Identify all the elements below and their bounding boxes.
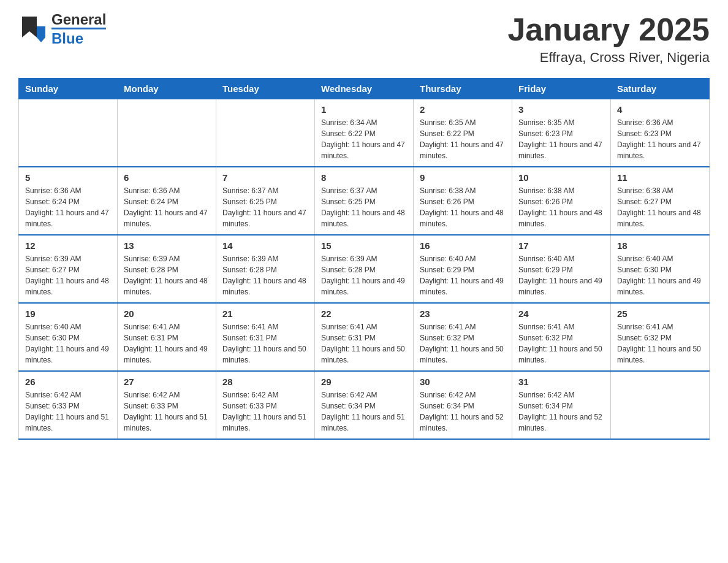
day-number: 10 xyxy=(518,172,604,183)
calendar-cell: 25Sunrise: 6:41 AMSunset: 6:32 PMDayligh… xyxy=(611,303,710,371)
day-number: 8 xyxy=(321,172,407,183)
day-number: 3 xyxy=(518,104,604,115)
day-number: 30 xyxy=(420,377,506,387)
week-row-2: 5Sunrise: 6:36 AMSunset: 6:24 PMDaylight… xyxy=(19,167,710,235)
page-header: General Blue January 2025 Effraya, Cross… xyxy=(18,12,710,66)
calendar-cell: 18Sunrise: 6:40 AMSunset: 6:30 PMDayligh… xyxy=(611,235,710,303)
calendar-cell: 7Sunrise: 6:37 AMSunset: 6:25 PMDaylight… xyxy=(216,167,315,235)
day-info: Sunrise: 6:41 AMSunset: 6:31 PMDaylight:… xyxy=(321,321,407,366)
day-info: Sunrise: 6:41 AMSunset: 6:32 PMDaylight:… xyxy=(420,321,506,366)
col-thursday: Thursday xyxy=(414,79,512,99)
svg-marker-2 xyxy=(37,37,45,42)
day-info: Sunrise: 6:36 AMSunset: 6:24 PMDaylight:… xyxy=(25,185,111,229)
day-info: Sunrise: 6:40 AMSunset: 6:29 PMDaylight:… xyxy=(518,253,604,297)
week-row-1: 1Sunrise: 6:34 AMSunset: 6:22 PMDaylight… xyxy=(19,99,710,167)
week-row-5: 26Sunrise: 6:42 AMSunset: 6:33 PMDayligh… xyxy=(19,371,710,439)
month-title: January 2025 xyxy=(507,12,710,47)
day-number: 2 xyxy=(420,104,506,115)
day-number: 17 xyxy=(518,240,604,251)
day-info: Sunrise: 6:39 AMSunset: 6:28 PMDaylight:… xyxy=(222,253,308,297)
calendar-cell: 11Sunrise: 6:38 AMSunset: 6:27 PMDayligh… xyxy=(611,167,710,235)
day-number: 4 xyxy=(617,104,703,115)
calendar-cell: 23Sunrise: 6:41 AMSunset: 6:32 PMDayligh… xyxy=(414,303,512,371)
day-info: Sunrise: 6:39 AMSunset: 6:27 PMDaylight:… xyxy=(25,253,111,297)
svg-marker-1 xyxy=(37,26,45,37)
col-monday: Monday xyxy=(118,79,216,99)
day-number: 27 xyxy=(124,377,210,387)
day-number: 18 xyxy=(617,240,703,251)
day-number: 1 xyxy=(321,104,407,115)
col-sunday: Sunday xyxy=(19,79,118,99)
calendar-cell: 27Sunrise: 6:42 AMSunset: 6:33 PMDayligh… xyxy=(118,371,216,439)
day-number: 15 xyxy=(321,240,407,251)
day-number: 20 xyxy=(124,308,210,319)
day-info: Sunrise: 6:38 AMSunset: 6:27 PMDaylight:… xyxy=(617,185,703,229)
calendar-cell: 17Sunrise: 6:40 AMSunset: 6:29 PMDayligh… xyxy=(512,235,611,303)
day-number: 13 xyxy=(124,240,210,251)
day-info: Sunrise: 6:36 AMSunset: 6:24 PMDaylight:… xyxy=(124,185,210,229)
day-info: Sunrise: 6:42 AMSunset: 6:34 PMDaylight:… xyxy=(420,389,506,434)
calendar-header: Sunday Monday Tuesday Wednesday Thursday… xyxy=(19,79,710,99)
day-info: Sunrise: 6:42 AMSunset: 6:33 PMDaylight:… xyxy=(25,389,111,434)
calendar-cell xyxy=(216,99,315,167)
calendar-cell: 2Sunrise: 6:35 AMSunset: 6:22 PMDaylight… xyxy=(414,99,512,167)
logo-blue-text: Blue xyxy=(51,28,106,47)
day-info: Sunrise: 6:35 AMSunset: 6:23 PMDaylight:… xyxy=(518,117,604,161)
day-number: 31 xyxy=(518,377,604,387)
week-row-4: 19Sunrise: 6:40 AMSunset: 6:30 PMDayligh… xyxy=(19,303,710,371)
calendar-cell: 6Sunrise: 6:36 AMSunset: 6:24 PMDaylight… xyxy=(118,167,216,235)
day-info: Sunrise: 6:41 AMSunset: 6:32 PMDaylight:… xyxy=(518,321,604,366)
day-number: 7 xyxy=(222,172,308,183)
day-number: 25 xyxy=(617,308,703,319)
day-number: 28 xyxy=(222,377,308,387)
day-info: Sunrise: 6:39 AMSunset: 6:28 PMDaylight:… xyxy=(321,253,407,297)
day-number: 16 xyxy=(420,240,506,251)
day-number: 6 xyxy=(124,172,210,183)
calendar-cell: 9Sunrise: 6:38 AMSunset: 6:26 PMDaylight… xyxy=(414,167,512,235)
day-info: Sunrise: 6:42 AMSunset: 6:34 PMDaylight:… xyxy=(518,389,604,434)
day-number: 19 xyxy=(25,308,111,319)
calendar-cell: 30Sunrise: 6:42 AMSunset: 6:34 PMDayligh… xyxy=(414,371,512,439)
calendar-cell: 26Sunrise: 6:42 AMSunset: 6:33 PMDayligh… xyxy=(19,371,118,439)
day-info: Sunrise: 6:42 AMSunset: 6:33 PMDaylight:… xyxy=(124,389,210,434)
location-title: Effraya, Cross River, Nigeria xyxy=(507,50,710,66)
day-info: Sunrise: 6:40 AMSunset: 6:30 PMDaylight:… xyxy=(25,321,111,366)
calendar-cell: 22Sunrise: 6:41 AMSunset: 6:31 PMDayligh… xyxy=(315,303,414,371)
calendar-cell: 29Sunrise: 6:42 AMSunset: 6:34 PMDayligh… xyxy=(315,371,414,439)
calendar-cell: 28Sunrise: 6:42 AMSunset: 6:33 PMDayligh… xyxy=(216,371,315,439)
col-saturday: Saturday xyxy=(611,79,710,99)
day-number: 24 xyxy=(518,308,604,319)
day-number: 29 xyxy=(321,377,407,387)
calendar-cell: 1Sunrise: 6:34 AMSunset: 6:22 PMDaylight… xyxy=(315,99,414,167)
day-info: Sunrise: 6:34 AMSunset: 6:22 PMDaylight:… xyxy=(321,117,407,161)
calendar-cell: 21Sunrise: 6:41 AMSunset: 6:31 PMDayligh… xyxy=(216,303,315,371)
col-tuesday: Tuesday xyxy=(216,79,315,99)
calendar-cell xyxy=(19,99,118,167)
week-row-3: 12Sunrise: 6:39 AMSunset: 6:27 PMDayligh… xyxy=(19,235,710,303)
day-info: Sunrise: 6:35 AMSunset: 6:22 PMDaylight:… xyxy=(420,117,506,161)
day-info: Sunrise: 6:38 AMSunset: 6:26 PMDaylight:… xyxy=(518,185,604,229)
svg-marker-0 xyxy=(22,17,37,37)
day-number: 21 xyxy=(222,308,308,319)
day-number: 5 xyxy=(25,172,111,183)
calendar-body: 1Sunrise: 6:34 AMSunset: 6:22 PMDaylight… xyxy=(19,99,710,440)
calendar-cell: 31Sunrise: 6:42 AMSunset: 6:34 PMDayligh… xyxy=(512,371,611,439)
day-number: 23 xyxy=(420,308,506,319)
calendar-cell: 5Sunrise: 6:36 AMSunset: 6:24 PMDaylight… xyxy=(19,167,118,235)
calendar-cell: 19Sunrise: 6:40 AMSunset: 6:30 PMDayligh… xyxy=(19,303,118,371)
day-info: Sunrise: 6:41 AMSunset: 6:31 PMDaylight:… xyxy=(124,321,210,366)
col-friday: Friday xyxy=(512,79,611,99)
day-number: 12 xyxy=(25,240,111,251)
day-info: Sunrise: 6:40 AMSunset: 6:30 PMDaylight:… xyxy=(617,253,703,297)
day-number: 9 xyxy=(420,172,506,183)
day-info: Sunrise: 6:39 AMSunset: 6:28 PMDaylight:… xyxy=(124,253,210,297)
calendar-cell: 20Sunrise: 6:41 AMSunset: 6:31 PMDayligh… xyxy=(118,303,216,371)
calendar-cell: 8Sunrise: 6:37 AMSunset: 6:25 PMDaylight… xyxy=(315,167,414,235)
calendar-cell: 10Sunrise: 6:38 AMSunset: 6:26 PMDayligh… xyxy=(512,167,611,235)
calendar-cell: 16Sunrise: 6:40 AMSunset: 6:29 PMDayligh… xyxy=(414,235,512,303)
calendar-cell xyxy=(118,99,216,167)
day-info: Sunrise: 6:41 AMSunset: 6:31 PMDaylight:… xyxy=(222,321,308,366)
day-info: Sunrise: 6:42 AMSunset: 6:33 PMDaylight:… xyxy=(222,389,308,434)
calendar-cell: 4Sunrise: 6:36 AMSunset: 6:23 PMDaylight… xyxy=(611,99,710,167)
calendar-cell: 14Sunrise: 6:39 AMSunset: 6:28 PMDayligh… xyxy=(216,235,315,303)
